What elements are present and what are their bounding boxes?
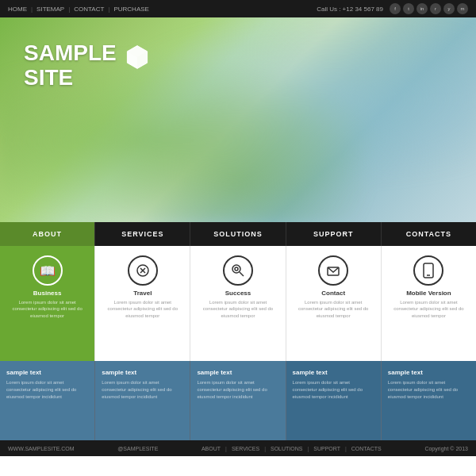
col-mobile-title: Mobile Version (406, 290, 451, 297)
col-travel-text: Lorem ipsum dolor sit amet consectetur a… (102, 299, 183, 319)
travel-icon (128, 255, 158, 286)
bottom-text-4: Lorem ipsum dolor sit amet consectetur a… (293, 379, 374, 401)
col-about-text: Lorem ipsum dolor sit amet consectetur a… (6, 299, 88, 319)
nav-services[interactable]: SERVICES (95, 222, 190, 246)
svg-point-7 (235, 267, 238, 271)
search-icon (223, 255, 253, 286)
nav-support[interactable]: SUPPORT (286, 222, 382, 246)
bottom-title-2: sample text (102, 369, 183, 376)
col-mobile-text: Lorem ipsum dolor sit amet consectetur a… (388, 299, 470, 319)
bottom-title-3: sample text (197, 369, 278, 376)
col-about: 📖 Business Lorem ipsum dolor sit amet co… (0, 246, 95, 361)
col-solutions-title: Success (225, 290, 251, 297)
top-nav: HOME | SITEMAP | CONTACT | PURCHASE Call… (0, 0, 476, 17)
bottom-text-5: Lorem ipsum dolor sit amet consectetur a… (388, 379, 470, 401)
nav-sitemap[interactable]: SITEMAP (36, 6, 64, 13)
bottom-col-3: sample text Lorem ipsum dolor sit amet c… (190, 361, 286, 440)
col-travel-title: Travel (133, 290, 152, 297)
col-travel: Travel Lorem ipsum dolor sit amet consec… (95, 246, 190, 361)
top-nav-right: Call Us : +12 34 567 89 f t in r y m (317, 3, 468, 14)
footer-support[interactable]: SUPPORT (313, 446, 340, 451)
col-contact-title: Contact (321, 290, 345, 297)
footer-services[interactable]: SERVICES (232, 446, 259, 451)
bottom-section: sample text Lorem ipsum dolor sit amet c… (0, 361, 476, 440)
footer-copyright: Copyright © 2013 (424, 446, 468, 451)
bottom-col-2: sample text Lorem ipsum dolor sit amet c… (95, 361, 190, 440)
col-contact-text: Lorem ipsum dolor sit amet consectetur a… (293, 299, 374, 319)
bottom-title-4: sample text (293, 369, 374, 376)
bottom-col-5: sample text Lorem ipsum dolor sit amet c… (382, 361, 476, 440)
hero-text: SAMPLE SITE (24, 41, 117, 90)
bottom-col-1: sample text Lorem ipsum dolor sit amet c… (0, 361, 95, 440)
col-solutions: Success Lorem ipsum dolor sit amet conse… (190, 246, 286, 361)
cube-icon (123, 43, 152, 71)
content-section: 📖 Business Lorem ipsum dolor sit amet co… (0, 246, 476, 361)
nav-purchase[interactable]: PURCHASE (113, 6, 148, 13)
twitter-icon[interactable]: t (403, 3, 414, 14)
hero-logo: SAMPLE SITE (24, 41, 152, 90)
top-nav-links: HOME | SITEMAP | CONTACT | PURCHASE (8, 6, 149, 13)
footer-contacts[interactable]: CONTACTS (351, 446, 382, 451)
col-contact: Contact Lorem ipsum dolor sit amet conse… (286, 246, 382, 361)
footer-about[interactable]: ABOUT (202, 446, 221, 451)
footer: WWW.SAMPLESITE.COM @SAMPLESITE ABOUT | S… (0, 440, 476, 456)
footer-website: WWW.SAMPLESITE.COM (8, 446, 75, 451)
col-solutions-text: Lorem ipsum dolor sit amet consectetur a… (197, 299, 278, 319)
hero-section: SAMPLE SITE (0, 17, 476, 222)
nav-home[interactable]: HOME (8, 6, 27, 13)
col-mobile: Mobile Version Lorem ipsum dolor sit ame… (382, 246, 476, 361)
main-nav: ABOUT SERVICES SOLUTIONS SUPPORT CONTACT… (0, 222, 476, 246)
col-about-title: Business (33, 290, 62, 297)
bottom-col-4: sample text Lorem ipsum dolor sit amet c… (286, 361, 382, 440)
bottom-title-1: sample text (6, 369, 88, 376)
footer-solutions[interactable]: SOLUTIONS (271, 446, 302, 451)
mail-icon[interactable]: m (457, 3, 468, 14)
svg-line-6 (240, 272, 244, 276)
youtube-icon[interactable]: y (443, 3, 455, 14)
social-icons: f t in r y m (390, 3, 468, 14)
nav-contact[interactable]: CONTACT (74, 6, 104, 13)
mobile-icon (413, 255, 443, 286)
linkedin-icon[interactable]: in (416, 3, 428, 14)
nav-contacts[interactable]: CONTACTS (382, 222, 476, 246)
bottom-text-3: Lorem ipsum dolor sit amet consectetur a… (197, 379, 278, 401)
call-us: Call Us : +12 34 567 89 (317, 6, 383, 13)
footer-social: @SAMPLESITE (117, 446, 158, 451)
footer-nav: ABOUT | SERVICES | SOLUTIONS | SUPPORT |… (202, 446, 382, 451)
rss-icon[interactable]: r (430, 3, 441, 14)
mail-envelope-icon (318, 255, 348, 286)
nav-solutions[interactable]: SOLUTIONS (190, 222, 286, 246)
svg-point-5 (232, 265, 240, 273)
facebook-icon[interactable]: f (390, 3, 401, 14)
bottom-text-2: Lorem ipsum dolor sit amet consectetur a… (102, 379, 183, 401)
bottom-text-1: Lorem ipsum dolor sit amet consectetur a… (6, 379, 88, 401)
nav-about[interactable]: ABOUT (0, 222, 95, 246)
business-icon: 📖 (33, 255, 63, 286)
bottom-title-5: sample text (388, 369, 470, 376)
